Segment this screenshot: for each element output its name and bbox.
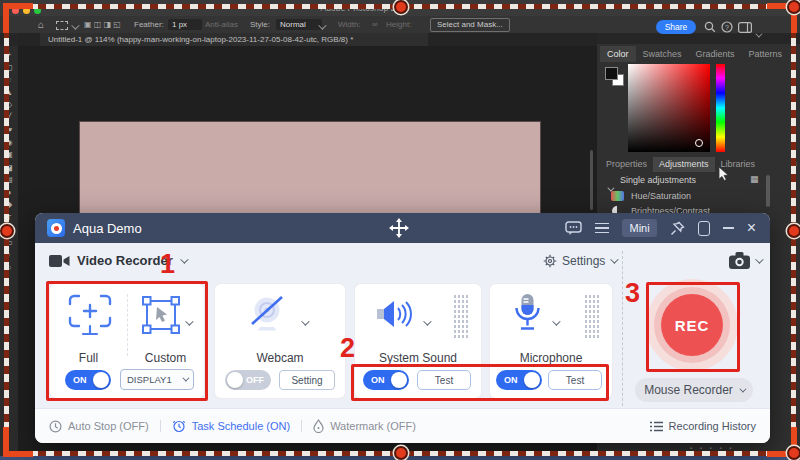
- annotation-box-1: [46, 281, 208, 401]
- chevron-down-icon[interactable]: [301, 312, 307, 330]
- hue-slider[interactable]: [716, 64, 725, 152]
- annotation-number-3: 3: [625, 280, 640, 307]
- adjust-panel-tabs: Properties Adjustments Libraries ≡: [600, 157, 797, 172]
- chevron-down-icon[interactable]: [423, 312, 429, 330]
- ps-canvas-image: [80, 122, 540, 222]
- ps-tool-icon[interactable]: ◆: [6, 201, 12, 209]
- color-cursor[interactable]: [695, 139, 703, 147]
- chevron-down-icon[interactable]: [552, 312, 558, 330]
- ps-tool-icon[interactable]: ▭: [5, 239, 13, 247]
- ps-tool-icon[interactable]: ◉: [6, 139, 13, 147]
- volume-level-indicator[interactable]: [453, 294, 469, 340]
- webcam-setting-button[interactable]: Setting: [279, 370, 335, 390]
- style-select[interactable]: Normal: [276, 19, 322, 30]
- ps-window-title: Adobe Photoshop 2024: [0, 3, 730, 13]
- chevron-down-icon[interactable]: [318, 23, 324, 32]
- select-and-mask-button[interactable]: Select and Mask...: [430, 18, 510, 32]
- camera-icon: [729, 252, 750, 269]
- marquee-tool-icon[interactable]: [56, 21, 68, 30]
- auto-stop-button[interactable]: Auto Stop (OFF): [49, 420, 149, 433]
- pin-icon[interactable]: [670, 221, 685, 236]
- ps-tool-icon[interactable]: ○: [7, 264, 12, 272]
- recorder-footer: Auto Stop (OFF) Task Schedule (ON) Water…: [35, 408, 770, 443]
- clock-icon: [49, 420, 62, 433]
- microphone-icon[interactable]: [514, 294, 541, 330]
- mic-level-indicator[interactable]: [584, 294, 600, 340]
- mac-close-light[interactable]: [12, 7, 19, 14]
- tab-color[interactable]: Color: [600, 46, 636, 62]
- home-icon[interactable]: ⌂: [38, 19, 44, 30]
- search-icon[interactable]: [704, 21, 716, 33]
- ps-canvas-scrollbar[interactable]: [590, 150, 593, 210]
- annotation-number-2: 2: [340, 335, 355, 362]
- ps-tool-icon[interactable]: ◑: [7, 189, 12, 197]
- hue-saturation-icon: [611, 191, 624, 201]
- ps-tool-icon[interactable]: ▰: [6, 126, 12, 134]
- mode-label: Video Recorder: [77, 253, 173, 268]
- width-label: Width:: [338, 20, 361, 29]
- settings-label: Settings: [562, 254, 605, 268]
- grid-view-icon[interactable]: ▦: [750, 174, 759, 184]
- ps-toolbar: +▢◌▲◇╱▰◉▣◪▤◑◆T↑▭◐○: [0, 46, 18, 456]
- feedback-icon[interactable]: [565, 221, 582, 236]
- tab-patterns[interactable]: Patterns: [742, 46, 790, 62]
- ps-tool-icon[interactable]: ▤: [5, 176, 13, 184]
- panel-menu-icon[interactable]: ≡: [792, 157, 797, 172]
- height-label: Height:: [386, 20, 411, 29]
- mouse-recorder-button[interactable]: Mouse Recorder: [635, 378, 753, 402]
- mac-minimize-light[interactable]: [23, 7, 30, 14]
- recording-history-button[interactable]: Recording History: [650, 420, 756, 432]
- chevron-down-icon[interactable]: [755, 24, 760, 42]
- ps-tool-icon[interactable]: +: [7, 51, 12, 59]
- ps-tool-icon[interactable]: ↑: [7, 226, 11, 234]
- webcam-icon[interactable]: [247, 294, 287, 332]
- selection-boolean-icons[interactable]: ▣ ◫ ◨ ◱: [84, 20, 121, 29]
- webcam-toggle[interactable]: OFF: [225, 370, 271, 390]
- close-button[interactable]: ×: [747, 220, 756, 236]
- ps-tool-icon[interactable]: ◐: [7, 251, 12, 259]
- video-camera-icon: [49, 254, 70, 268]
- svg-text:?: ?: [725, 24, 729, 31]
- adjustment-item-hue-saturation[interactable]: Hue/Saturation: [631, 191, 691, 201]
- link-dimensions-icon[interactable]: ∞: [372, 20, 378, 29]
- tab-swatches[interactable]: Swatches: [636, 46, 689, 62]
- settings-button[interactable]: Settings: [543, 254, 616, 268]
- list-icon: [650, 421, 663, 432]
- ps-document-tab[interactable]: Untitled-1 @ 114% (happy-man-working-on-…: [40, 33, 428, 46]
- webcam-card: Webcam OFF Setting: [215, 284, 345, 398]
- color-panel-tabs: Color Swatches Gradients Patterns: [600, 46, 797, 62]
- move-handle-icon[interactable]: [388, 217, 410, 239]
- tab-adjustments[interactable]: Adjustments: [653, 157, 715, 172]
- help-icon[interactable]: ?: [721, 21, 733, 33]
- system-sound-label: System Sound: [355, 351, 481, 365]
- alarm-clock-icon: [172, 419, 186, 433]
- ps-tool-icon[interactable]: ◌: [7, 76, 12, 84]
- ps-tool-icon[interactable]: ▣: [5, 151, 13, 159]
- ps-tool-icon[interactable]: T: [7, 214, 12, 222]
- chevron-down-icon[interactable]: [71, 23, 77, 32]
- feather-input[interactable]: 1 px: [168, 19, 202, 30]
- menu-icon[interactable]: [595, 223, 609, 234]
- task-schedule-button[interactable]: Task Schedule (ON): [172, 419, 290, 433]
- titlebar-controls: Mini ×: [565, 213, 756, 243]
- ps-tool-icon[interactable]: ◇: [6, 101, 12, 109]
- foreground-color-swatch[interactable]: [605, 67, 618, 80]
- boundary-icon[interactable]: [698, 221, 710, 236]
- tab-properties[interactable]: Properties: [600, 157, 653, 172]
- mini-mode-button[interactable]: Mini: [622, 219, 656, 237]
- ps-tool-icon[interactable]: ◪: [5, 164, 13, 172]
- share-button[interactable]: Share: [656, 20, 696, 34]
- ps-tool-icon[interactable]: ▢: [5, 64, 13, 72]
- panel-scrollbar[interactable]: [766, 175, 770, 207]
- ps-tool-icon[interactable]: ▲: [5, 89, 13, 97]
- single-adjustments-label[interactable]: Single adjustments: [620, 175, 696, 185]
- ps-tool-icon[interactable]: ╱: [7, 114, 12, 122]
- snapshot-button[interactable]: [729, 252, 761, 269]
- app-logo: [47, 219, 65, 237]
- mac-zoom-light[interactable]: [34, 7, 41, 14]
- watermark-button[interactable]: Watermark (OFF): [313, 419, 416, 433]
- speaker-icon[interactable]: [377, 298, 413, 330]
- workspace-icon[interactable]: [738, 22, 752, 33]
- minimize-button[interactable]: [723, 227, 734, 229]
- tab-gradients[interactable]: Gradients: [689, 46, 742, 62]
